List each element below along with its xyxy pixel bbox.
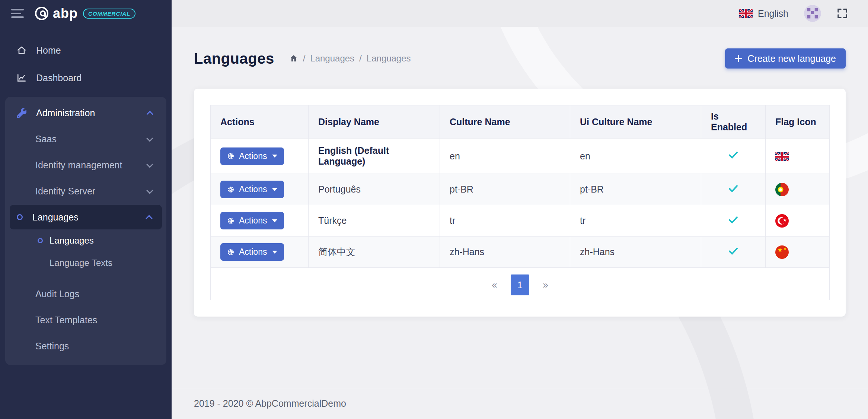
actions-button-label: Actions bbox=[239, 184, 267, 194]
portugal-flag-icon bbox=[775, 183, 789, 196]
sidebar-item-label: Settings bbox=[35, 341, 152, 352]
sidebar-item-label: Languages bbox=[50, 235, 94, 246]
create-new-language-button[interactable]: Create new language bbox=[725, 48, 846, 69]
language-switcher[interactable]: English bbox=[739, 8, 788, 19]
create-button-label: Create new language bbox=[747, 53, 836, 64]
page-footer: 2019 - 2020 © AbpCommercialDemo bbox=[172, 388, 868, 419]
column-header-ui-culture-name: Ui Culture Name bbox=[570, 105, 701, 139]
sidebar-item-label: Languages bbox=[32, 212, 137, 223]
sidebar-item-settings[interactable]: Settings bbox=[5, 333, 166, 359]
cell-culture-name: zh-Hans bbox=[440, 237, 570, 268]
check-icon bbox=[728, 245, 739, 257]
check-icon bbox=[728, 183, 739, 194]
cell-flag bbox=[766, 139, 830, 174]
sidebar-item-label: Identity Server bbox=[35, 186, 138, 197]
sidebar-item-identity-server[interactable]: Identity Server bbox=[5, 178, 166, 204]
column-header-flag-icon: Flag Icon bbox=[766, 105, 830, 139]
breadcrumb: / Languages / Languages bbox=[289, 53, 411, 64]
pagination-row: « 1 » bbox=[211, 268, 830, 300]
menu-toggle-icon[interactable] bbox=[11, 9, 24, 18]
logo-text: abp bbox=[53, 6, 78, 21]
sidebar-item-label: Home bbox=[36, 45, 157, 56]
circle-bullet-icon bbox=[17, 214, 23, 220]
cell-culture-name: tr bbox=[440, 205, 570, 237]
sidebar-item-languages[interactable]: Languages bbox=[10, 205, 162, 229]
caret-down-icon bbox=[272, 188, 277, 191]
sidebar-item-label: Audit Logs bbox=[35, 289, 152, 299]
user-avatar[interactable] bbox=[804, 5, 821, 22]
chevron-down-icon bbox=[146, 161, 153, 168]
gear-icon bbox=[227, 186, 234, 193]
turkey-flag-icon bbox=[775, 214, 789, 228]
cell-is-enabled bbox=[701, 139, 766, 174]
chevron-up-icon bbox=[146, 111, 153, 117]
check-icon bbox=[728, 214, 739, 225]
cell-display-name: 简体中文 bbox=[309, 237, 440, 268]
caret-down-icon bbox=[272, 251, 277, 254]
actions-dropdown-button[interactable]: Actions bbox=[220, 181, 284, 198]
gear-icon bbox=[227, 248, 234, 256]
cell-ui-culture-name: en bbox=[570, 139, 701, 174]
sidebar-item-label: Text Templates bbox=[35, 315, 152, 326]
table-row: Actions Português pt-BR pt-BR bbox=[211, 174, 830, 205]
actions-dropdown-button[interactable]: Actions bbox=[220, 147, 284, 165]
copyright-text: 2019 - 2020 © AbpCommercialDemo bbox=[194, 398, 346, 409]
cell-flag bbox=[766, 237, 830, 268]
breadcrumb-item: Languages bbox=[367, 53, 411, 64]
column-header-is-enabled: Is Enabled bbox=[701, 105, 766, 139]
sidebar-item-identity-management[interactable]: Identity management bbox=[5, 152, 166, 178]
chevron-up-icon bbox=[146, 215, 152, 222]
pagination-previous-button[interactable]: « bbox=[492, 279, 497, 291]
cell-is-enabled bbox=[701, 174, 766, 205]
actions-button-label: Actions bbox=[239, 151, 267, 161]
sidebar-item-language-texts[interactable]: Language Texts bbox=[10, 252, 162, 274]
sidebar-item-saas[interactable]: Saas bbox=[5, 126, 166, 152]
cell-is-enabled bbox=[701, 237, 766, 268]
home-icon bbox=[289, 54, 298, 63]
sidebar-item-audit-logs[interactable]: Audit Logs bbox=[5, 281, 166, 307]
sidebar-item-languages-child[interactable]: Languages bbox=[10, 229, 162, 252]
cell-is-enabled bbox=[701, 205, 766, 237]
plus-icon bbox=[735, 55, 742, 62]
cell-flag bbox=[766, 205, 830, 237]
cell-ui-culture-name: tr bbox=[570, 205, 701, 237]
cell-ui-culture-name: zh-Hans bbox=[570, 237, 701, 268]
table-header-row: Actions Display Name Culture Name Ui Cul… bbox=[211, 105, 830, 139]
cell-ui-culture-name: pt-BR bbox=[570, 174, 701, 205]
wrench-icon bbox=[17, 108, 26, 118]
sidebar-item-administration[interactable]: Administration bbox=[5, 100, 166, 126]
languages-table: Actions Display Name Culture Name Ui Cul… bbox=[210, 105, 830, 300]
sidebar: abp COMMERCIAL Home Dashboard Admin bbox=[0, 0, 172, 419]
sidebar-nav: Home Dashboard Administration Saas bbox=[0, 27, 172, 365]
china-flag-icon bbox=[775, 245, 789, 259]
abp-logo-icon bbox=[34, 6, 49, 21]
cell-display-name: English (Default Language) bbox=[309, 139, 440, 174]
page-header: Languages / Languages / Languages Create… bbox=[194, 48, 846, 69]
actions-dropdown-button[interactable]: Actions bbox=[220, 243, 284, 261]
chevron-down-icon bbox=[146, 187, 153, 194]
pagination-page-1-button[interactable]: 1 bbox=[511, 274, 529, 295]
page-content: Languages / Languages / Languages Create… bbox=[172, 27, 868, 388]
cell-display-name: Português bbox=[309, 174, 440, 205]
gear-icon bbox=[227, 217, 234, 225]
actions-dropdown-button[interactable]: Actions bbox=[220, 212, 284, 229]
pagination-next-button[interactable]: » bbox=[543, 279, 548, 291]
sidebar-group-languages: Languages Languages Language Texts bbox=[10, 205, 162, 274]
breadcrumb-separator: / bbox=[303, 53, 306, 64]
table-row: Actions English (Default Language) en en bbox=[211, 139, 830, 174]
page-title: Languages bbox=[194, 50, 274, 67]
chevron-down-icon bbox=[146, 135, 153, 142]
sidebar-item-text-templates[interactable]: Text Templates bbox=[5, 307, 166, 333]
pagination: « 1 » bbox=[211, 274, 829, 295]
breadcrumb-item[interactable]: Languages bbox=[310, 53, 354, 64]
cell-display-name: Türkçe bbox=[309, 205, 440, 237]
app-logo[interactable]: abp COMMERCIAL bbox=[34, 6, 135, 21]
sidebar-item-dashboard[interactable]: Dashboard bbox=[0, 64, 172, 92]
table-row: Actions Türkçe tr tr bbox=[211, 205, 830, 237]
column-header-culture-name: Culture Name bbox=[440, 105, 570, 139]
fullscreen-icon[interactable] bbox=[837, 8, 848, 19]
sidebar-item-home[interactable]: Home bbox=[0, 36, 172, 64]
cell-flag bbox=[766, 174, 830, 205]
column-header-actions: Actions bbox=[211, 105, 309, 139]
check-icon bbox=[728, 149, 739, 161]
